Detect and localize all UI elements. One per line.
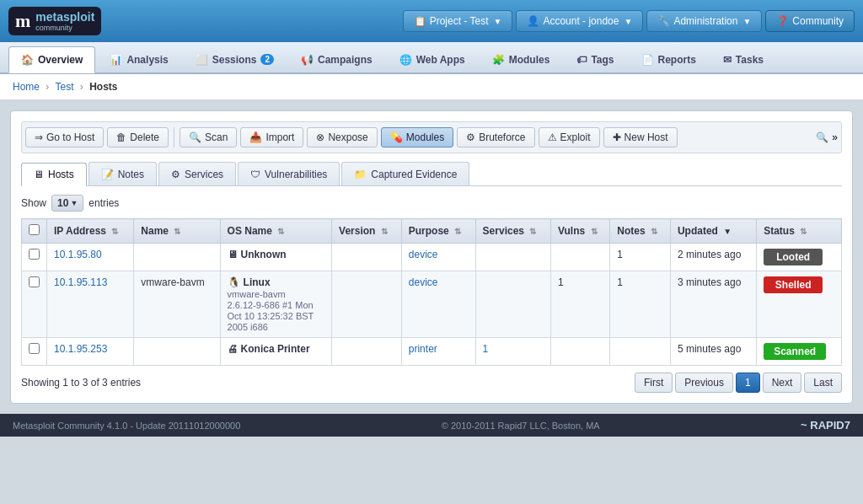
services-tab-icon: ⚙ [171, 169, 180, 180]
webapps-label: Web Apps [416, 54, 465, 66]
row2-os-arch: 2005 i686 [228, 322, 325, 332]
row2-ip-link[interactable]: 10.1.95.113 [54, 276, 107, 288]
tab-modules[interactable]: 🧩 Modules [480, 46, 563, 72]
tab-overview[interactable]: 🏠 Overview [8, 46, 95, 73]
row1-checkbox-cell [22, 244, 47, 271]
tab-reports[interactable]: 📄 Reports [629, 46, 709, 72]
scan-icon: 🔍 [189, 131, 201, 143]
new-host-button[interactable]: ✚ New Host [603, 127, 678, 147]
exploit-button[interactable]: ⚠ Exploit [539, 127, 600, 147]
tab-webapps[interactable]: 🌐 Web Apps [387, 46, 478, 72]
entries-select[interactable]: 10 ▼ [51, 195, 83, 212]
notes-tab-icon: 📝 [101, 169, 114, 180]
sessions-label: Sessions [212, 54, 257, 66]
toolbar-more-icon[interactable]: » [832, 131, 838, 143]
name-column-header[interactable]: Name ⇅ [134, 219, 220, 244]
select-all-checkbox[interactable] [29, 224, 40, 235]
nexpose-label: Nexpose [328, 131, 367, 143]
row2-checkbox[interactable] [29, 276, 40, 287]
import-label: Import [265, 131, 294, 143]
footer: Metasploit Community 4.1.0 - Update 2011… [0, 414, 863, 437]
new-host-icon: ✚ [613, 131, 621, 143]
breadcrumb-sep2: › [80, 81, 83, 93]
logo-area: m metasploit community [8, 7, 101, 35]
status-column-header[interactable]: Status ⇅ [757, 219, 842, 244]
row1-updated: 2 minutes ago [670, 244, 756, 271]
row3-services-link[interactable]: 1 [483, 343, 489, 355]
project-button[interactable]: 📋 Project - Test ▼ [403, 10, 513, 32]
row2-checkbox-cell [22, 271, 47, 338]
nexpose-icon: ⊗ [316, 131, 324, 143]
version-sort-icon: ⇅ [381, 227, 388, 236]
community-button[interactable]: ❓ Community [765, 10, 855, 32]
table-footer: Showing 1 to 3 of 3 entries First Previo… [21, 373, 842, 393]
account-button[interactable]: 👤 Account - jondoe ▼ [516, 10, 643, 32]
os-column-header[interactable]: OS Name ⇅ [220, 219, 332, 244]
entries-label: entries [88, 197, 119, 209]
tab-campaigns[interactable]: 📢 Campaigns [288, 46, 385, 72]
sub-tab-captured-evidence[interactable]: 📁 Captured Evidence [341, 162, 469, 185]
version-column-header[interactable]: Version ⇅ [332, 219, 402, 244]
content-area: ⇒ Go to Host 🗑 Delete 🔍 Scan 📥 Import ⊗ … [0, 100, 863, 414]
admin-button[interactable]: 🔧 Administration ▼ [646, 10, 762, 32]
sub-tab-services[interactable]: ⚙ Services [158, 162, 236, 185]
row1-ip-link[interactable]: 10.1.95.80 [54, 249, 102, 260]
modules-button[interactable]: 💊 Modules [381, 127, 453, 147]
modules-icon: 🧩 [492, 54, 505, 66]
import-icon: 📥 [249, 131, 262, 143]
row1-name [134, 244, 220, 271]
purpose-column-header[interactable]: Purpose ⇅ [401, 219, 475, 244]
row3-os-icon: 🖨 [228, 343, 238, 355]
breadcrumb-test[interactable]: Test [55, 81, 73, 93]
pagination: First Previous 1 Next Last [635, 373, 842, 393]
breadcrumb-home[interactable]: Home [13, 81, 40, 93]
first-page-button[interactable]: First [635, 373, 673, 393]
row3-status-badge: Scanned [764, 343, 826, 360]
sub-tab-notes[interactable]: 📝 Notes [88, 162, 157, 185]
services-column-header[interactable]: Services ⇅ [475, 219, 550, 244]
footer-version: Metasploit Community 4.1.0 - Update 2011… [13, 421, 240, 431]
row3-ip-link[interactable]: 10.1.95.253 [54, 343, 107, 355]
row1-os-info: 🖥 Unknown [228, 249, 325, 260]
notes-sort-icon: ⇅ [651, 227, 657, 236]
main-panel: ⇒ Go to Host 🗑 Delete 🔍 Scan 📥 Import ⊗ … [10, 110, 853, 404]
row3-updated: 5 minutes ago [670, 338, 756, 366]
row2-os-icon: 🐧 [228, 276, 240, 288]
account-arrow-icon: ▼ [624, 17, 632, 26]
row2-status: Shelled [757, 271, 842, 338]
updated-column-header[interactable]: Updated ▼ [670, 219, 756, 244]
goto-host-button[interactable]: ⇒ Go to Host [25, 127, 104, 147]
tab-tasks[interactable]: ✉ Tasks [710, 46, 776, 72]
admin-arrow-icon: ▼ [742, 17, 751, 26]
row1-checkbox[interactable] [29, 249, 40, 260]
scan-button[interactable]: 🔍 Scan [180, 127, 237, 147]
nexpose-button[interactable]: ⊗ Nexpose [307, 127, 377, 147]
top-bar: m metasploit community 📋 Project - Test … [0, 0, 863, 42]
tab-analysis[interactable]: 📊 Analysis [97, 46, 180, 72]
tags-icon: 🏷 [576, 54, 587, 66]
import-button[interactable]: 📥 Import [240, 127, 303, 147]
row1-notes: 1 [610, 244, 671, 271]
row3-services: 1 [475, 338, 550, 366]
tasks-label: Tasks [736, 54, 764, 66]
vulns-sort-icon: ⇅ [591, 227, 598, 236]
row2-notes: 1 [610, 271, 671, 338]
search-icon: 🔍 [816, 131, 828, 143]
next-page-button[interactable]: Next [763, 373, 802, 393]
sub-tab-vulnerabilities[interactable]: 🛡 Vulnerabilities [238, 162, 340, 185]
ip-column-header[interactable]: IP Address ⇅ [47, 219, 134, 244]
sessions-icon: ⬜ [196, 54, 208, 66]
page-1-button[interactable]: 1 [736, 373, 760, 393]
main-nav: 🏠 Overview 📊 Analysis ⬜ Sessions 2 📢 Cam… [0, 42, 863, 74]
notes-column-header[interactable]: Notes ⇅ [610, 219, 671, 244]
delete-button[interactable]: 🗑 Delete [107, 127, 169, 147]
tab-sessions[interactable]: ⬜ Sessions 2 [183, 46, 287, 72]
bruteforce-button[interactable]: ⚙ Bruteforce [457, 127, 534, 147]
vulns-column-header[interactable]: Vulns ⇅ [550, 219, 609, 244]
toolbar-sep1 [174, 127, 174, 147]
row3-checkbox[interactable] [29, 343, 40, 354]
sub-tab-hosts[interactable]: 🖥 Hosts [21, 163, 87, 186]
tab-tags[interactable]: 🏷 Tags [564, 46, 626, 72]
last-page-button[interactable]: Last [804, 373, 842, 393]
previous-page-button[interactable]: Previous [675, 373, 733, 393]
